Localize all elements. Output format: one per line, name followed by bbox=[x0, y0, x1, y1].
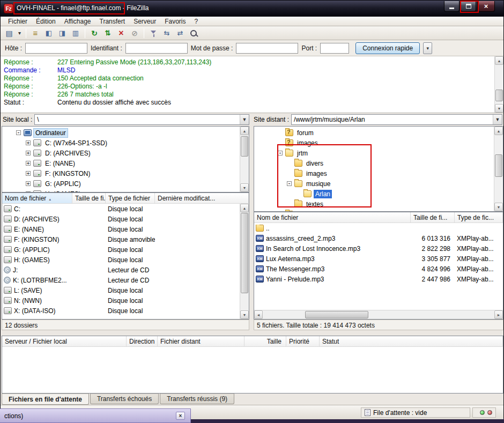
close-button[interactable]: × bbox=[477, 1, 495, 12]
expander-icon[interactable]: + bbox=[26, 181, 31, 186]
column-header[interactable]: Serveur / Fichier local bbox=[2, 336, 127, 346]
file-row[interactable]: The Messenger.mp3 4 824 996 XMPlay-ab... bbox=[254, 264, 503, 274]
file-row[interactable]: G: (APPLIC) Disque local bbox=[2, 244, 249, 255]
toggle-local-tree-button[interactable] bbox=[42, 27, 55, 39]
column-header[interactable]: Type de fichier bbox=[106, 193, 155, 203]
tree-item[interactable]: - jrtm bbox=[254, 148, 503, 158]
process-queue-button[interactable] bbox=[101, 27, 114, 39]
find-files-button[interactable] bbox=[187, 27, 200, 39]
tree-item[interactable]: + H: (GAMES) bbox=[2, 189, 249, 192]
taskbar-window-fragment[interactable]: ctions) × bbox=[0, 409, 191, 423]
scrollbar-thumb[interactable] bbox=[305, 311, 368, 318]
tree-item[interactable]: + G: (APPLIC) bbox=[2, 179, 249, 189]
menu-item[interactable]: Favoris bbox=[160, 17, 190, 26]
chevron-down-icon[interactable]: ▼ bbox=[240, 115, 249, 124]
expander-icon[interactable]: + bbox=[26, 161, 31, 166]
file-row[interactable]: Lux Aeterna.mp3 3 305 877 XMPlay-ab... bbox=[254, 254, 503, 264]
file-row[interactable]: In Search of Lost Innocence.mp3 2 822 29… bbox=[254, 243, 503, 254]
expander-icon[interactable]: - bbox=[16, 130, 21, 135]
file-row[interactable]: .. bbox=[254, 223, 503, 233]
minimize-button[interactable] bbox=[444, 1, 459, 12]
password-input[interactable] bbox=[236, 43, 298, 54]
file-row[interactable]: E: (NANE) Disque local bbox=[2, 224, 249, 234]
site-manager-dropdown-icon[interactable] bbox=[16, 27, 23, 39]
column-header[interactable]: Nom de fichier bbox=[2, 193, 72, 203]
expander-icon[interactable]: - bbox=[287, 181, 292, 186]
expander-icon[interactable]: - bbox=[278, 151, 283, 155]
tree-item[interactable]: + C: (W7x64-SP1-SSD) bbox=[2, 138, 249, 148]
local-tree-scrollbar[interactable]: ▲ ▼ bbox=[240, 127, 249, 192]
column-header[interactable]: Taille bbox=[244, 336, 286, 346]
file-row[interactable]: D: (ARCHIVES) Disque local bbox=[2, 214, 249, 224]
toggle-queue-button[interactable] bbox=[69, 27, 82, 39]
file-row[interactable]: C: Disque local bbox=[2, 204, 249, 214]
column-header[interactable]: Fichier distant bbox=[158, 336, 244, 346]
site-manager-button[interactable] bbox=[3, 27, 16, 39]
tree-item[interactable]: - Ordinateur bbox=[2, 128, 249, 138]
scroll-down-icon[interactable]: ▼ bbox=[495, 104, 503, 113]
column-header[interactable]: Statut bbox=[320, 336, 503, 346]
tree-item[interactable]: divers bbox=[254, 158, 503, 168]
scrollbar-thumb[interactable] bbox=[241, 136, 248, 157]
scroll-up-icon[interactable]: ▲ bbox=[494, 127, 503, 135]
fragment-close-icon[interactable]: × bbox=[176, 412, 185, 420]
tree-item[interactable]: + F: (KINGSTON) bbox=[2, 168, 249, 179]
scroll-up-icon[interactable]: ▲ bbox=[240, 204, 249, 212]
expander-icon[interactable]: + bbox=[26, 151, 31, 155]
menu-item[interactable]: ? bbox=[190, 17, 203, 26]
refresh-button[interactable] bbox=[88, 27, 101, 39]
port-input[interactable] bbox=[320, 43, 349, 54]
filter-button[interactable] bbox=[147, 27, 160, 39]
remote-site-combo[interactable]: /www/jrtm/musique/Arlan ▼ bbox=[291, 114, 502, 125]
column-header[interactable]: Taille de fi... bbox=[72, 193, 106, 203]
file-row[interactable]: assassins_creed_2.mp3 6 013 316 XMPlay-a… bbox=[254, 233, 503, 243]
tree-item[interactable]: images bbox=[254, 168, 503, 179]
remote-list-hscrollbar[interactable]: ◄ ► bbox=[254, 310, 503, 319]
file-row[interactable]: N: (NWN) Disque local bbox=[2, 295, 249, 306]
column-header[interactable]: Direction bbox=[127, 336, 158, 346]
expander-icon[interactable]: + bbox=[26, 140, 31, 145]
tree-item[interactable]: + D: (ARCHIVES) bbox=[2, 148, 249, 158]
column-header[interactable]: Type de fic... bbox=[455, 212, 503, 222]
queue-tab[interactable]: Transferts réussis (9) bbox=[160, 394, 234, 404]
scroll-down-icon[interactable]: ▼ bbox=[240, 183, 249, 192]
chevron-down-icon[interactable]: ▼ bbox=[493, 115, 502, 124]
scrollbar-thumb[interactable] bbox=[241, 213, 248, 293]
file-row[interactable]: F: (KINGSTON) Disque amovible bbox=[2, 234, 249, 244]
user-input[interactable] bbox=[125, 43, 188, 54]
remote-tree-scrollbar[interactable]: ▲ ▼ bbox=[494, 127, 503, 211]
toggle-remote-tree-button[interactable] bbox=[56, 27, 69, 39]
quickconnect-button[interactable]: Connexion rapide bbox=[355, 42, 420, 54]
menu-item[interactable]: Édition bbox=[32, 17, 60, 26]
scroll-down-icon[interactable]: ▼ bbox=[494, 203, 503, 211]
tree-item[interactable]: forum bbox=[254, 128, 503, 138]
menu-item[interactable]: Transfert bbox=[95, 17, 130, 26]
file-row[interactable]: J: Lecteur de CD bbox=[2, 265, 249, 275]
column-header[interactable]: Nom de fichier bbox=[254, 212, 411, 222]
scroll-up-icon[interactable]: ▲ bbox=[240, 127, 249, 135]
host-input[interactable] bbox=[25, 43, 87, 54]
quickconnect-dropdown-icon[interactable]: ▾ bbox=[423, 42, 432, 54]
cancel-button[interactable] bbox=[115, 27, 128, 39]
scroll-down-icon[interactable]: ▼ bbox=[240, 310, 249, 319]
expander-icon[interactable]: + bbox=[26, 171, 31, 176]
tree-item[interactable]: Arlan bbox=[254, 189, 503, 199]
scroll-left-icon[interactable]: ◄ bbox=[254, 310, 263, 319]
titlebar[interactable]: OVH-FINAEL - finael@ftp.finael.com - Fil… bbox=[1, 1, 503, 17]
menu-item[interactable]: Affichage bbox=[60, 17, 95, 26]
log-scrollbar[interactable]: ▲ ▼ bbox=[494, 56, 503, 113]
file-row[interactable]: K: (LOTRBFME2... Lecteur de CD bbox=[2, 275, 249, 285]
column-header[interactable]: Taille de fi... bbox=[411, 212, 455, 222]
scroll-right-icon[interactable]: ► bbox=[494, 310, 503, 319]
file-row[interactable]: Yanni - Prelude.mp3 2 447 986 XMPlay-ab.… bbox=[254, 274, 503, 284]
tree-item[interactable]: - musique bbox=[254, 179, 503, 189]
column-header[interactable]: Dernière modificat... bbox=[155, 193, 249, 203]
disconnect-button[interactable] bbox=[128, 27, 141, 39]
scrollbar-thumb[interactable] bbox=[495, 154, 502, 177]
compare-button[interactable] bbox=[160, 27, 173, 39]
local-list-scrollbar[interactable]: ▲ ▼ bbox=[240, 204, 249, 319]
queue-tab[interactable]: Fichiers en file d'attente bbox=[2, 394, 89, 405]
file-row[interactable]: L: (SAVE) Disque local bbox=[2, 285, 249, 295]
toggle-log-button[interactable] bbox=[29, 27, 42, 39]
file-row[interactable]: X: (DATA-ISO) Disque local bbox=[2, 306, 249, 316]
